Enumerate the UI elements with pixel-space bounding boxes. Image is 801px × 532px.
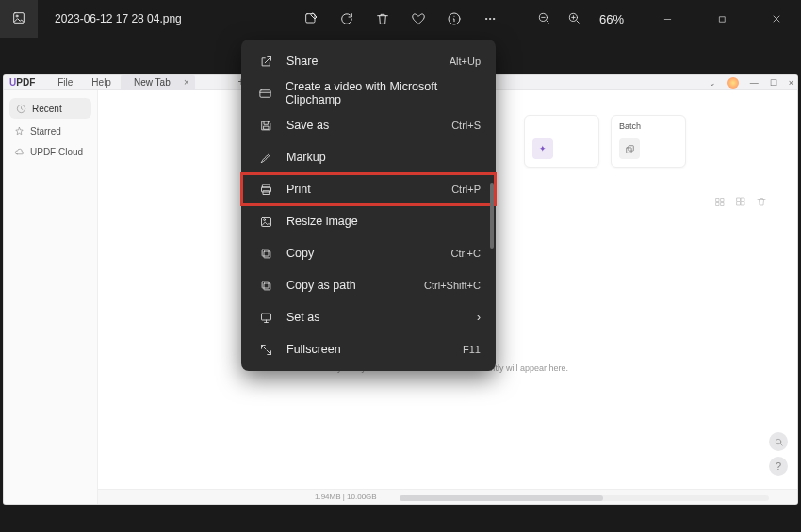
menu-item-shortcut: F11 [463, 344, 481, 355]
photos-back-tile[interactable] [0, 0, 38, 38]
sparkle-icon: ✦ [532, 138, 553, 159]
svg-rect-33 [261, 314, 270, 320]
svg-point-6 [493, 18, 494, 19]
delete-icon[interactable] [375, 11, 390, 26]
sidebar-item-recent[interactable]: Recent [9, 98, 91, 119]
card-label: Batch [619, 121, 641, 131]
fullscreen-icon [258, 342, 273, 357]
svg-rect-11 [626, 147, 630, 152]
svg-rect-9 [719, 16, 725, 22]
photos-titlebar: 2023-06-12 17 28 04.png 66% [0, 0, 801, 38]
chevron-right-icon: › [477, 311, 481, 324]
menu-item-shortcut: Ctrl+Shift+C [424, 280, 481, 291]
svg-rect-0 [14, 12, 25, 23]
card-create[interactable]: ✦ [524, 115, 599, 168]
photos-right-toolbar: 66% [537, 0, 801, 38]
svg-rect-12 [628, 145, 632, 150]
rotate-icon[interactable] [339, 11, 354, 26]
svg-rect-29 [264, 251, 270, 258]
svg-point-1 [16, 15, 18, 17]
svg-rect-18 [742, 198, 745, 202]
photos-filename: 2023-06-12 17 28 04.png [55, 12, 182, 25]
copy-icon [258, 246, 273, 261]
print-icon [258, 182, 273, 197]
menu-item-label: Save as [286, 119, 329, 132]
window-restore-button[interactable] [703, 0, 741, 38]
edit-image-icon[interactable] [303, 11, 319, 26]
menu-help[interactable]: Help [91, 77, 111, 88]
copy-path-icon [258, 278, 273, 293]
menu-item-resize[interactable]: Resize image [241, 205, 496, 237]
favorite-icon[interactable] [411, 11, 426, 26]
zoom-out-icon[interactable] [537, 11, 550, 27]
svg-rect-22 [260, 89, 270, 97]
updf-close-button[interactable]: × [789, 78, 793, 88]
svg-rect-24 [262, 184, 270, 186]
image-icon [11, 10, 26, 28]
svg-rect-19 [737, 202, 741, 206]
menu-item-label: Resize image [286, 215, 358, 228]
updf-menu: File Help [57, 77, 111, 88]
menu-item-setas[interactable]: Set as › [241, 301, 496, 333]
menu-item-copy[interactable]: Copy Ctrl+C [241, 237, 496, 269]
info-icon[interactable] [447, 11, 462, 26]
view-toolbar [714, 196, 767, 209]
svg-point-5 [489, 18, 490, 19]
help-float-button[interactable]: ? [769, 457, 788, 476]
window-minimize-button[interactable] [648, 0, 686, 38]
menu-item-label: Create a video with Microsoft Clipchamp [286, 80, 481, 106]
menu-file[interactable]: File [57, 77, 73, 88]
menu-item-markup[interactable]: Markup [241, 141, 496, 173]
sidebar-item-label: Recent [32, 104, 62, 114]
svg-rect-30 [262, 250, 269, 256]
updf-scrollbar[interactable] [400, 495, 769, 501]
setas-icon [258, 310, 273, 325]
menu-item-saveas[interactable]: Save as Ctrl+S [241, 109, 496, 141]
tab-close-icon[interactable]: × [184, 75, 189, 90]
star-icon [13, 125, 25, 137]
menu-item-shortcut: Ctrl+S [451, 120, 481, 131]
zoom-level: 66% [599, 12, 624, 26]
menu-item-print[interactable]: Print Ctrl+P [241, 173, 496, 205]
svg-rect-13 [716, 199, 719, 202]
menu-item-share[interactable]: Share Alt+Up [241, 45, 496, 77]
video-icon [258, 86, 272, 101]
updf-tab[interactable]: New Tab × [121, 75, 195, 90]
menu-item-fullscreen[interactable]: Fullscreen F11 [241, 333, 496, 365]
svg-rect-17 [737, 198, 741, 202]
menu-item-clipchamp[interactable]: Create a video with Microsoft Clipchamp [241, 77, 496, 109]
search-float-button[interactable] [769, 432, 788, 451]
updf-sidebar: Recent Starred UPDF Cloud [4, 90, 98, 504]
dropdown-icon[interactable]: ⌄ [709, 78, 716, 88]
zoom-in-icon[interactable] [567, 11, 580, 27]
menu-item-shortcut: Ctrl+P [451, 184, 481, 195]
save-icon [258, 118, 273, 133]
svg-rect-15 [716, 203, 719, 206]
updf-minimize-button[interactable]: — [750, 78, 759, 88]
updf-maximize-button[interactable]: ☐ [770, 78, 777, 88]
sidebar-item-label: UPDF Cloud [30, 147, 83, 157]
menu-item-label: Copy [286, 247, 314, 260]
grid-view-icon[interactable] [735, 196, 746, 209]
share-icon [258, 54, 273, 69]
menu-scrollbar[interactable] [490, 51, 494, 360]
resize-icon [258, 214, 273, 229]
more-icon[interactable] [482, 11, 498, 26]
photos-center-toolbar [303, 11, 498, 26]
sidebar-item-cloud[interactable]: UPDF Cloud [4, 141, 97, 162]
list-view-icon[interactable] [714, 196, 726, 209]
card-batch[interactable]: Batch [611, 115, 686, 168]
svg-point-28 [263, 218, 265, 220]
avatar[interactable] [727, 77, 739, 89]
menu-item-shortcut: Ctrl+C [451, 248, 481, 259]
menu-item-label: Set as [286, 311, 319, 324]
svg-rect-14 [721, 199, 724, 202]
context-menu: Share Alt+Up Create a video with Microso… [241, 40, 496, 371]
window-close-button[interactable] [758, 0, 795, 38]
sidebar-item-starred[interactable]: Starred [4, 121, 97, 141]
svg-rect-26 [263, 190, 269, 194]
menu-item-copy-path[interactable]: Copy as path Ctrl+Shift+C [241, 269, 496, 301]
menu-item-label: Markup [286, 151, 326, 164]
delete-view-icon[interactable] [756, 196, 767, 209]
menu-item-label: Copy as path [286, 279, 356, 292]
